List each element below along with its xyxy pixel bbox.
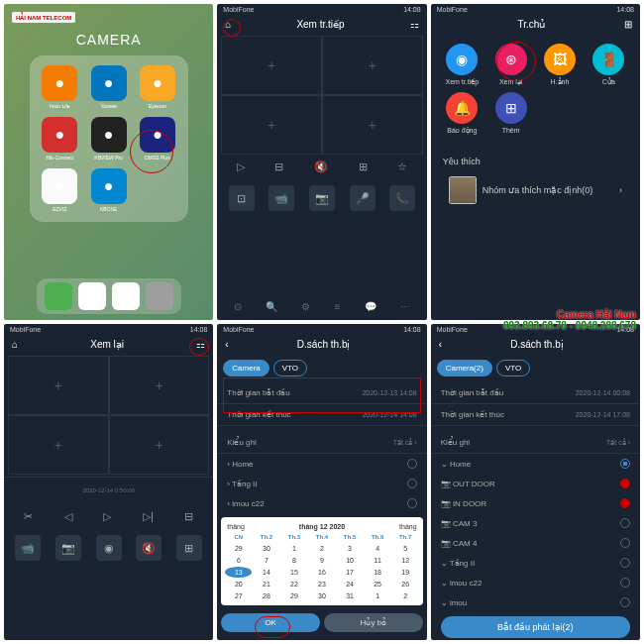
timeline[interactable]: 2020-12-14 0:50:00 bbox=[4, 477, 213, 506]
app-KBONE[interactable]: ●KBONE bbox=[88, 168, 129, 212]
ctrl-icon[interactable]: ▷| bbox=[143, 510, 154, 523]
bottom-nav: ⊙🔍⚙≡💬⋯ bbox=[217, 297, 426, 316]
ctrl-button[interactable]: ◉ bbox=[96, 535, 122, 561]
page-title: Xem lại bbox=[90, 339, 124, 350]
device-row[interactable]: ⌄ imou c22 bbox=[431, 573, 640, 592]
rectype-row[interactable]: Kiểu ghiTất cả › bbox=[431, 432, 640, 454]
highlight-circle bbox=[223, 19, 241, 37]
nav-icon[interactable]: ≡ bbox=[335, 301, 341, 312]
header: ‹D.sách th.bị bbox=[431, 335, 640, 354]
app-KBVIEW Pro[interactable]: ●KBVIEW Pro bbox=[88, 117, 129, 161]
app-Imou Life[interactable]: ●Imou Life bbox=[40, 65, 80, 109]
menu-Báo động[interactable]: 🔔Báo động bbox=[441, 92, 483, 135]
device-row[interactable]: 📷 OUT DOOR bbox=[431, 474, 640, 493]
ctrl-icon[interactable]: ⊞ bbox=[359, 161, 368, 173]
page-title: D.sách th.bị bbox=[297, 339, 351, 350]
tabs: Camera(2)VTO bbox=[431, 354, 640, 382]
app-Hik-Connect[interactable]: ●Hik-Connect bbox=[40, 117, 80, 161]
ios-dock bbox=[37, 278, 181, 314]
nav-icon[interactable]: ⊙ bbox=[234, 301, 242, 312]
menu-Thêm[interactable]: ⊞Thêm bbox=[489, 92, 532, 135]
ctrl-button[interactable]: 📞 bbox=[389, 185, 415, 211]
brand-logo: HẢI NAM TELECOM bbox=[12, 12, 75, 23]
start-playback-button[interactable]: Bắt đầu phát lại(2) bbox=[441, 616, 630, 638]
ctrl-button[interactable]: 📹 bbox=[268, 185, 294, 211]
home-icon[interactable]: ⌂ bbox=[12, 339, 18, 350]
device-row[interactable]: ⌄ imou bbox=[431, 592, 640, 612]
device-row[interactable]: 📷 IN DOOR bbox=[431, 493, 640, 513]
back-icon[interactable]: ‹ bbox=[439, 339, 442, 350]
camera-grid[interactable]: ++++ bbox=[8, 356, 209, 475]
highlight-box bbox=[223, 377, 420, 413]
tab-camera[interactable]: Camera bbox=[223, 360, 268, 376]
ctrl-icon[interactable]: ✂ bbox=[24, 510, 33, 523]
header: ‹D.sách th.bị bbox=[217, 335, 426, 354]
header: ⌂ Xem lại ⚏ bbox=[4, 335, 213, 354]
nav-icon[interactable]: 🔍 bbox=[266, 301, 277, 312]
app-Eyecam[interactable]: ●Eyecam bbox=[137, 65, 177, 109]
tab-vto[interactable]: VTO bbox=[273, 360, 307, 376]
status-bar: MobiFone14:08 bbox=[431, 4, 640, 15]
nav-icon[interactable]: ⋯ bbox=[400, 301, 410, 312]
ctrl-button[interactable]: 🔇 bbox=[136, 535, 161, 561]
device-row[interactable]: › imou c22 bbox=[217, 493, 426, 513]
back-icon[interactable]: ‹ bbox=[225, 339, 228, 350]
stream-icon[interactable]: ⚏ bbox=[410, 19, 419, 30]
device-row[interactable]: › Tầng II bbox=[217, 474, 426, 493]
app-EZVIZ[interactable]: ●EZVIZ bbox=[40, 168, 80, 212]
control-row-1: ✂◁▷▷|⊟ bbox=[4, 506, 213, 527]
camera-grid[interactable]: ++++ bbox=[221, 36, 422, 155]
dock-app[interactable] bbox=[45, 282, 72, 310]
menu-Xem tr.tiếp[interactable]: ◉Xem tr.tiếp bbox=[441, 44, 483, 86]
control-row-2: 📹📷◉🔇⊞ bbox=[4, 527, 213, 569]
device-row[interactable]: ⌄ Home bbox=[431, 454, 640, 474]
watermark: Camera Hải Nam 093.893.68.78 - 0948.288.… bbox=[503, 309, 636, 331]
device-row[interactable]: ⌄ Tầng II bbox=[431, 553, 640, 573]
header: ⌂ Xem tr.tiếp ⚏ bbox=[217, 15, 426, 34]
ctrl-icon[interactable]: ⊟ bbox=[274, 161, 283, 173]
device-list: ⌄ Home📷 OUT DOOR📷 IN DOOR📷 CAM 3📷 CAM 4⌄… bbox=[431, 454, 640, 612]
ctrl-button[interactable]: ⊞ bbox=[176, 535, 202, 561]
page-title: D.sách th.bị bbox=[510, 339, 564, 350]
screenshot-device-list-cal: MobiFone14:08 ‹D.sách th.bị CameraVTO Th… bbox=[217, 324, 426, 640]
app-Yoosee[interactable]: ●Yoosee bbox=[88, 65, 129, 109]
tab-vto[interactable]: VTO bbox=[496, 360, 530, 376]
ctrl-icon[interactable]: ▷ bbox=[103, 510, 111, 523]
ctrl-button[interactable]: 📷 bbox=[55, 535, 81, 561]
rectype-row[interactable]: Kiểu ghiTất cả › bbox=[217, 432, 426, 454]
menu-Cửa[interactable]: 🚪Cửa bbox=[588, 44, 630, 86]
device-row[interactable]: 📷 CAM 4 bbox=[431, 533, 640, 553]
ctrl-icon[interactable]: ⊟ bbox=[184, 510, 193, 523]
calendar[interactable]: thángtháng 12 2020tháng CNTh.2Th.3Th.4Th… bbox=[221, 517, 422, 605]
device-list: › Home› Tầng II› imou c22 bbox=[217, 454, 426, 513]
dock-app[interactable] bbox=[78, 282, 106, 310]
ctrl-icon[interactable]: 🔇 bbox=[314, 161, 328, 173]
status-bar: MobiFone14:08 bbox=[4, 324, 213, 335]
ctrl-button[interactable]: 🎤 bbox=[350, 185, 376, 211]
ctrl-button[interactable]: 📷 bbox=[309, 185, 335, 211]
screenshot-liveview: MobiFone14:08 ⌂ Xem tr.tiếp ⚏ ++++ ▷⊟🔇⊞☆… bbox=[217, 4, 426, 320]
favorite-item[interactable]: Nhóm ưa thích mặc định(0)› bbox=[443, 170, 628, 210]
end-time-row[interactable]: Thời gian kết thúc2020-12-14 17:08 bbox=[431, 404, 640, 426]
nav-icon[interactable]: ⚙ bbox=[301, 301, 310, 312]
device-row[interactable]: 📷 CAM 3 bbox=[431, 513, 640, 533]
dock-app[interactable] bbox=[146, 282, 173, 310]
highlight-circle bbox=[496, 42, 536, 81]
device-row[interactable]: › Home bbox=[217, 454, 426, 474]
ctrl-icon[interactable]: ◁ bbox=[64, 510, 72, 523]
ctrl-button[interactable]: 📹 bbox=[15, 535, 41, 561]
screenshot-playback: MobiFone14:08 ⌂ Xem lại ⚏ ++++ 2020-12-1… bbox=[4, 324, 213, 640]
dialog-buttons: OK Hủy bỏ bbox=[217, 609, 426, 636]
dock-app[interactable] bbox=[112, 282, 140, 310]
tab-camera[interactable]: Camera(2) bbox=[437, 360, 492, 376]
ctrl-icon[interactable]: ☆ bbox=[397, 161, 407, 173]
menu-H.ảnh[interactable]: 🖼H.ảnh bbox=[538, 44, 581, 86]
cancel-button[interactable]: Hủy bỏ bbox=[324, 613, 423, 632]
nav-icon[interactable]: 💬 bbox=[365, 301, 376, 312]
ctrl-button[interactable]: ⊡ bbox=[229, 185, 255, 211]
ctrl-icon[interactable]: ▷ bbox=[237, 161, 245, 173]
main-menu: ◉Xem tr.tiếp⊛Xem lại🖼H.ảnh🚪Cửa🔔Báo động⊞… bbox=[431, 34, 640, 145]
page-title: Tr.chủ bbox=[517, 19, 545, 30]
screenshot-device-list-sel: MobiFone14:08 ‹D.sách th.bị Camera(2)VTO… bbox=[431, 324, 640, 640]
start-time-row[interactable]: Thời gian bắt đầu2020-12-14 00:08 bbox=[431, 382, 640, 404]
